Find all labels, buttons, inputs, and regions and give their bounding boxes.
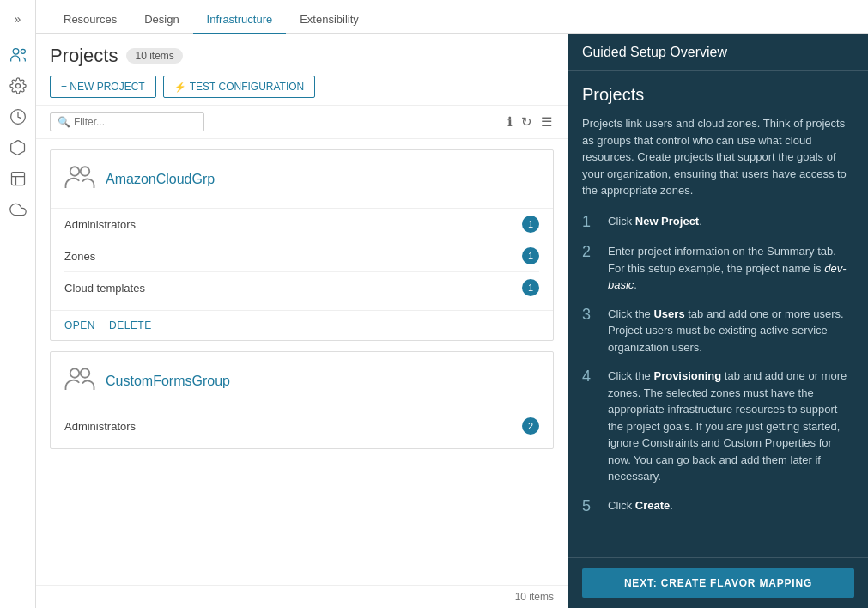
- detail-row: Administrators 2: [64, 410, 539, 441]
- detail-badge: 2: [522, 417, 539, 435]
- guided-setup-panel: Guided Setup Overview Projects Projects …: [568, 34, 868, 608]
- svg-point-1: [21, 49, 25, 53]
- project-group-icon: [64, 162, 95, 196]
- detail-label: Administrators: [64, 420, 522, 433]
- guided-step-3: 3 Click the Users tab and add one or mor…: [582, 306, 854, 356]
- sidebar-item-time[interactable]: [4, 103, 32, 131]
- sidebar-item-users[interactable]: [4, 41, 32, 69]
- toolbar: + NEW PROJECT ⚡ TEST CONFIGURATION: [50, 76, 554, 98]
- guided-step-2: 2 Enter project information on the Summa…: [582, 243, 854, 294]
- page-title: Projects: [50, 45, 118, 67]
- project-details: Administrators 1 Zones 1 Cloud templates…: [51, 208, 553, 310]
- filter-input-wrap: 🔍: [50, 112, 204, 131]
- guided-setup-title: Guided Setup Overview: [582, 45, 727, 59]
- filter-input[interactable]: [74, 116, 197, 128]
- new-project-button[interactable]: + NEW PROJECT: [50, 76, 156, 98]
- step-text-1: Click New Project.: [608, 213, 702, 230]
- svg-point-0: [13, 49, 19, 55]
- list-footer: 10 items: [36, 585, 568, 608]
- next-step-button[interactable]: NEXT: CREATE FLAVOR MAPPING: [582, 568, 854, 598]
- sidebar-item-box[interactable]: [4, 134, 32, 161]
- sidebar-item-cloud[interactable]: [4, 196, 32, 223]
- svg-point-7: [70, 368, 80, 378]
- tab-design[interactable]: Design: [131, 6, 192, 34]
- delete-project-button[interactable]: DELETE: [109, 319, 152, 331]
- project-group-icon: [64, 364, 95, 398]
- content-split: Projects 10 items + NEW PROJECT ⚡ TEST C…: [36, 34, 868, 608]
- search-icon: 🔍: [58, 116, 70, 128]
- detail-label: Administrators: [64, 218, 522, 231]
- project-name: AmazonCloudGrp: [106, 172, 215, 187]
- tab-infrastructure[interactable]: Infrastructure: [193, 6, 287, 34]
- detail-row: Cloud templates 1: [64, 272, 539, 303]
- detail-label: Cloud templates: [64, 282, 522, 295]
- detail-row: Administrators 1: [64, 209, 539, 240]
- sidebar-item-chart[interactable]: [4, 165, 32, 192]
- sidebar: »: [0, 0, 36, 608]
- new-project-label: + NEW PROJECT: [61, 81, 145, 93]
- sidebar-item-settings[interactable]: [4, 72, 32, 100]
- svg-rect-4: [11, 173, 24, 185]
- refresh-button[interactable]: ↻: [519, 112, 534, 131]
- svg-point-2: [15, 84, 20, 88]
- step-number-3: 3: [582, 306, 598, 325]
- expand-icon: »: [15, 12, 21, 26]
- project-card-header[interactable]: AmazonCloudGrp: [51, 150, 553, 208]
- step-number-4: 4: [582, 368, 598, 386]
- project-card: AmazonCloudGrp Administrators 1 Zones 1 …: [50, 149, 554, 341]
- project-card-header[interactable]: CustomFormsGroup: [51, 352, 553, 410]
- svg-point-5: [70, 167, 80, 176]
- guided-footer: NEXT: CREATE FLAVOR MAPPING: [568, 557, 868, 608]
- svg-point-6: [81, 167, 90, 176]
- detail-badge: 1: [522, 216, 539, 233]
- guided-content: Projects Projects link users and cloud z…: [568, 71, 868, 557]
- detail-label: Zones: [64, 250, 522, 263]
- guided-description: Projects link users and cloud zones. Thi…: [582, 115, 854, 199]
- detail-row: Zones 1: [64, 240, 539, 272]
- test-config-label: TEST CONFIGURATION: [190, 81, 305, 93]
- step-text-4: Click the Provisioning tab and add one o…: [608, 368, 854, 485]
- project-card: CustomFormsGroup Administrators 2: [50, 351, 554, 449]
- guided-step-1: 1 Click New Project.: [582, 213, 854, 232]
- step-text-2: Enter project information on the Summary…: [608, 243, 854, 294]
- step-text-5: Click Create.: [608, 497, 673, 514]
- sidebar-toggle[interactable]: »: [4, 7, 32, 31]
- step-number-1: 1: [582, 213, 598, 232]
- filter-actions: ℹ ↻ ☰: [506, 112, 554, 131]
- test-configuration-button[interactable]: ⚡ TEST CONFIGURATION: [163, 76, 316, 98]
- projects-list: AmazonCloudGrp Administrators 1 Zones 1 …: [36, 139, 568, 585]
- footer-count: 10 items: [515, 591, 554, 603]
- project-actions: OPEN DELETE: [51, 310, 553, 340]
- items-badge: 10 items: [126, 48, 182, 64]
- tab-extensibility[interactable]: Extensibility: [286, 6, 373, 34]
- panel-header: Projects 10 items + NEW PROJECT ⚡ TEST C…: [36, 34, 568, 106]
- step-number-5: 5: [582, 497, 598, 516]
- tab-resources[interactable]: Resources: [50, 6, 131, 34]
- step-number-2: 2: [582, 243, 598, 262]
- info-button[interactable]: ℹ: [506, 112, 514, 131]
- guided-section-title: Projects: [582, 85, 854, 105]
- guided-step-5: 5 Click Create.: [582, 497, 854, 516]
- guided-header: Guided Setup Overview: [568, 34, 868, 71]
- list-view-button[interactable]: ☰: [539, 112, 554, 131]
- guided-step-4: 4 Click the Provisioning tab and add one…: [582, 368, 854, 485]
- guided-steps: 1 Click New Project. 2 Enter project inf…: [582, 213, 854, 516]
- detail-badge: 1: [522, 247, 539, 264]
- left-panel: Projects 10 items + NEW PROJECT ⚡ TEST C…: [36, 34, 568, 608]
- detail-badge: 1: [522, 279, 539, 296]
- open-project-button[interactable]: OPEN: [64, 319, 95, 331]
- project-details: Administrators 2: [51, 410, 553, 448]
- test-config-icon: ⚡: [174, 82, 186, 93]
- filter-bar: 🔍 ℹ ↻ ☰: [36, 106, 568, 139]
- page-title-row: Projects 10 items: [50, 45, 554, 67]
- project-name: CustomFormsGroup: [106, 374, 230, 389]
- top-nav: Resources Design Infrastructure Extensib…: [36, 0, 868, 34]
- svg-point-8: [81, 368, 90, 378]
- step-text-3: Click the Users tab and add one or more …: [608, 306, 854, 356]
- main-area: Resources Design Infrastructure Extensib…: [36, 0, 868, 608]
